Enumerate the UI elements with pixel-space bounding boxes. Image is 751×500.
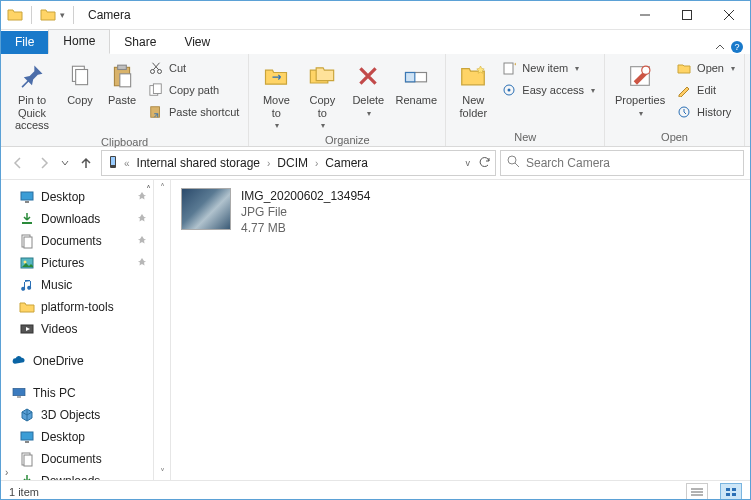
tab-file[interactable]: File — [1, 31, 48, 54]
copy-path-button[interactable]: Copy path — [145, 80, 242, 100]
nav-this-pc[interactable]: This PC — [1, 382, 153, 404]
ribbon-group-select: Select all Select none Invert selection … — [745, 54, 751, 146]
properties-button[interactable]: Properties▾ — [611, 58, 669, 118]
file-info: IMG_20200602_134954 JPG File 4.77 MB — [241, 188, 370, 237]
maximize-button[interactable] — [666, 1, 708, 29]
folder-icon — [40, 7, 56, 23]
svg-point-12 — [157, 69, 161, 73]
nav-item-downloads[interactable]: Downloads — [1, 470, 153, 480]
nav-item-downloads[interactable]: Downloads — [1, 208, 153, 230]
delete-button[interactable]: Delete▾ — [347, 58, 389, 118]
folder-icon — [7, 7, 23, 23]
icons-view-button[interactable] — [720, 483, 742, 500]
breadcrumb-item[interactable]: Camera — [322, 156, 371, 170]
new-folder-button[interactable]: New folder — [452, 58, 494, 119]
svg-rect-61 — [726, 488, 730, 491]
edit-button[interactable]: Edit — [673, 80, 738, 100]
pin-icon — [16, 60, 48, 92]
address-bar[interactable]: « Internal shared storage › DCIM › Camer… — [101, 150, 496, 176]
open-icon — [676, 60, 692, 76]
recent-locations-button[interactable] — [59, 152, 71, 174]
paste-button[interactable]: Paste — [103, 58, 141, 107]
3d-icon — [19, 407, 35, 423]
expand-icon[interactable]: › — [5, 467, 8, 478]
svg-rect-49 — [13, 388, 25, 395]
search-placeholder: Search Camera — [526, 156, 610, 170]
minimize-button[interactable] — [624, 1, 666, 29]
tab-share[interactable]: Share — [110, 31, 170, 54]
breadcrumb-item[interactable]: Internal shared storage — [134, 156, 263, 170]
scroll-up-arrow-icon[interactable]: ˄ — [160, 182, 165, 193]
svg-point-47 — [24, 261, 27, 264]
new-item-button[interactable]: ✦New item▾ — [498, 58, 598, 78]
back-button[interactable] — [7, 152, 29, 174]
navigation-pane[interactable]: ˄ DesktopDownloadsDocumentsPicturesMusic… — [1, 180, 154, 480]
group-label-organize: Organize — [249, 134, 445, 149]
copy-button[interactable]: Copy — [61, 58, 99, 107]
breadcrumb-item[interactable]: DCIM — [274, 156, 311, 170]
chevron-right-icon[interactable]: › — [315, 158, 318, 169]
nav-scrollbar[interactable]: ˄ ˅ — [154, 180, 171, 480]
nav-item-videos[interactable]: Videos — [1, 318, 153, 340]
svg-rect-43 — [22, 222, 32, 224]
move-to-button[interactable]: Move to▾ — [255, 58, 297, 130]
nav-item-documents[interactable]: Documents — [1, 230, 153, 252]
file-item[interactable]: IMG_20200602_134954 JPG File 4.77 MB — [181, 188, 740, 237]
nav-item-music[interactable]: Music — [1, 274, 153, 296]
nav-item-label: Documents — [41, 234, 102, 248]
svg-rect-7 — [76, 70, 88, 85]
svg-point-21 — [508, 89, 511, 92]
svg-rect-38 — [111, 157, 115, 165]
new-folder-icon — [457, 60, 489, 92]
help-icon[interactable]: ? — [730, 40, 744, 54]
downloads-icon — [19, 211, 35, 227]
collapse-ribbon-icon[interactable] — [714, 41, 726, 53]
nav-item-platform-tools[interactable]: platform-tools — [1, 296, 153, 318]
documents-icon — [19, 233, 35, 249]
nav-onedrive[interactable]: OneDrive — [1, 350, 153, 372]
history-button[interactable]: History — [673, 102, 738, 122]
onedrive-icon — [11, 353, 27, 369]
cut-button[interactable]: Cut — [145, 58, 242, 78]
pin-quick-access-button[interactable]: Pin to Quick access — [7, 58, 57, 132]
svg-rect-51 — [21, 432, 33, 440]
rename-button[interactable]: Rename — [393, 58, 439, 107]
nav-item-documents[interactable]: Documents — [1, 448, 153, 470]
easy-access-button[interactable]: Easy access▾ — [498, 80, 598, 100]
refresh-icon[interactable] — [478, 155, 491, 171]
up-button[interactable] — [75, 152, 97, 174]
nav-item-desktop[interactable]: Desktop — [1, 426, 153, 448]
copy-to-button[interactable]: Copy to▾ — [301, 58, 343, 130]
nav-item-label: Music — [41, 278, 72, 292]
nav-item-desktop[interactable]: Desktop — [1, 186, 153, 208]
ribbon-group-new: New folder ✦New item▾ Easy access▾ New — [446, 54, 605, 146]
details-view-button[interactable] — [686, 483, 708, 500]
quick-access-toolbar: ▾ — [1, 6, 84, 24]
close-button[interactable] — [708, 1, 750, 29]
chevron-right-icon[interactable]: › — [267, 158, 270, 169]
ribbon-group-clipboard: Pin to Quick access Copy Paste Cut Copy … — [1, 54, 249, 146]
nav-item-pictures[interactable]: Pictures — [1, 252, 153, 274]
paste-shortcut-button[interactable]: Paste shortcut — [145, 102, 242, 122]
nav-item-label: Downloads — [41, 474, 100, 480]
open-button[interactable]: Open▾ — [673, 58, 738, 78]
paste-shortcut-icon — [148, 104, 164, 120]
ribbon: Pin to Quick access Copy Paste Cut Copy … — [1, 54, 750, 147]
pin-icon — [137, 234, 147, 248]
videos-icon — [19, 321, 35, 337]
address-dropdown-icon[interactable]: v — [466, 158, 471, 168]
nav-item-3d-objects[interactable]: 3D Objects — [1, 404, 153, 426]
search-box[interactable]: Search Camera — [500, 150, 744, 176]
qat-overflow-icon[interactable]: ▾ — [60, 10, 65, 20]
chevron-right-icon[interactable]: « — [124, 158, 130, 169]
nav-item-label: 3D Objects — [41, 408, 100, 422]
forward-button[interactable] — [33, 152, 55, 174]
scroll-down-arrow-icon[interactable]: ˅ — [160, 467, 165, 478]
tab-view[interactable]: View — [170, 31, 224, 54]
separator — [73, 6, 74, 24]
file-list[interactable]: IMG_20200602_134954 JPG File 4.77 MB — [171, 180, 750, 480]
this-pc-icon — [11, 385, 27, 401]
group-label-select: Select — [745, 131, 751, 146]
svg-rect-1 — [683, 11, 692, 20]
tab-home[interactable]: Home — [48, 29, 110, 54]
